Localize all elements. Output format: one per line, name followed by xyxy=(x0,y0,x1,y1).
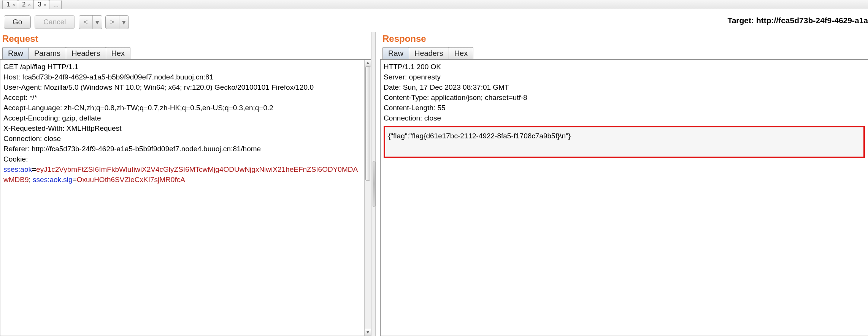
target-prefix: Target: xyxy=(727,16,756,25)
chevron-down-icon: ▾ xyxy=(95,18,99,27)
request-header: Accept: */* xyxy=(3,93,362,103)
chevron-right-icon: > xyxy=(110,18,114,26)
target-value: http://fca5d73b-24f9-4629-a1a xyxy=(756,16,868,25)
pane-divider[interactable] xyxy=(371,32,376,336)
top-tab-3[interactable]: 3 × xyxy=(33,0,49,9)
response-header: Connection: close xyxy=(384,113,865,124)
next-button[interactable]: > xyxy=(106,16,119,29)
chevron-left-icon: < xyxy=(84,18,88,26)
top-tab-2[interactable]: 2 × xyxy=(18,0,34,9)
request-header: Connection: close xyxy=(3,134,362,144)
tab-hex[interactable]: Hex xyxy=(106,47,131,59)
response-body: {"flag":"flag{d61e17bc-2112-4922-8fa5-f1… xyxy=(388,132,571,140)
request-header: Referer: http://fca5d73b-24f9-4629-a1a5-… xyxy=(3,144,362,154)
response-header: Server: openresty xyxy=(384,72,865,82)
request-tabs: Raw Params Headers Hex xyxy=(2,47,371,59)
response-body-highlight: {"flag":"flag{d61e17bc-2112-4922-8fa5-f1… xyxy=(384,126,865,158)
tab-raw[interactable]: Raw xyxy=(2,47,29,59)
cookie-key: sses:aok xyxy=(3,165,32,173)
close-icon[interactable]: × xyxy=(12,2,15,8)
scroll-down-icon[interactable]: ▼ xyxy=(365,329,371,336)
prev-nav-group: < ▾ xyxy=(79,15,102,29)
equals: = xyxy=(73,176,77,184)
next-nav-group: > ▾ xyxy=(105,15,129,29)
response-header: Content-Type: application/json; charset=… xyxy=(384,93,865,103)
response-pane: Response Raw Headers Hex HTTP/1.1 200 OK… xyxy=(376,32,868,336)
equals: = xyxy=(32,165,36,173)
response-header: Date: Sun, 17 Dec 2023 08:37:01 GMT xyxy=(384,82,865,93)
vertical-scrollbar[interactable]: ▲ ▼ xyxy=(364,60,371,336)
target-label: Target: http://fca5d73b-24f9-4629-a1a xyxy=(727,16,868,25)
tab-headers[interactable]: Headers xyxy=(409,47,449,59)
tab-hex[interactable]: Hex xyxy=(449,47,474,59)
request-header: Accept-Language: zh-CN,zh;q=0.8,zh-TW;q=… xyxy=(3,103,362,113)
response-status-line: HTTP/1.1 200 OK xyxy=(384,62,865,72)
toolbar: Go Cancel < ▾ > ▾ Target: http://fca5d73… xyxy=(0,9,868,32)
top-tab-label: ... xyxy=(53,1,59,8)
top-tab-more[interactable]: ... xyxy=(49,0,62,9)
request-header: Host: fca5d73b-24f9-4629-a1a5-b5b9f9d09e… xyxy=(3,72,362,82)
tab-headers[interactable]: Headers xyxy=(66,47,106,59)
request-content[interactable]: GET /api/flag HTTP/1.1 Host: fca5d73b-24… xyxy=(0,59,371,336)
prev-button[interactable]: < xyxy=(79,16,93,29)
top-tab-bar: 1 × 2 × 3 × ... xyxy=(0,0,868,9)
top-tab-label: 2 xyxy=(22,1,25,8)
request-title: Request xyxy=(0,32,371,47)
response-header: Content-Length: 55 xyxy=(384,103,865,113)
scroll-track[interactable] xyxy=(365,67,371,329)
next-dropdown[interactable]: ▾ xyxy=(119,16,129,29)
request-header: Accept-Encoding: gzip, deflate xyxy=(3,113,362,124)
response-tabs: Raw Headers Hex xyxy=(382,47,868,59)
close-icon[interactable]: × xyxy=(28,2,31,8)
cookie-header-label: Cookie: xyxy=(3,154,362,165)
top-tab-label: 1 xyxy=(6,1,10,8)
top-tab-1[interactable]: 1 × xyxy=(2,0,18,9)
request-pane: Request Raw Params Headers Hex GET /api/… xyxy=(0,32,371,336)
request-header: X-Requested-With: XMLHttpRequest xyxy=(3,124,362,134)
close-icon[interactable]: × xyxy=(44,2,47,8)
cookie-separator: ; xyxy=(29,176,33,184)
response-content[interactable]: HTTP/1.1 200 OK Server: openresty Date: … xyxy=(380,59,868,336)
top-tab-label: 3 xyxy=(38,1,41,8)
chevron-down-icon: ▾ xyxy=(122,18,126,27)
go-button[interactable]: Go xyxy=(4,15,31,29)
response-title: Response xyxy=(380,32,868,47)
tab-raw[interactable]: Raw xyxy=(382,47,409,59)
cookie-value: OxuuHOth6SVZieCxKI7sjMR0fcA xyxy=(77,176,185,184)
cookie-key: sses:aok.sig xyxy=(33,176,73,184)
tab-params[interactable]: Params xyxy=(29,47,66,59)
split-container: Request Raw Params Headers Hex GET /api/… xyxy=(0,32,868,336)
cookie-line: sses:aok=eyJ1c2VybmFtZSI6ImFkbWluIiwiX2V… xyxy=(3,165,362,185)
prev-dropdown[interactable]: ▾ xyxy=(93,16,102,29)
cancel-button: Cancel xyxy=(35,15,75,29)
request-header: User-Agent: Mozilla/5.0 (Windows NT 10.0… xyxy=(3,82,362,93)
request-line: GET /api/flag HTTP/1.1 xyxy=(3,62,362,72)
scroll-thumb[interactable] xyxy=(365,67,370,181)
scroll-up-icon[interactable]: ▲ xyxy=(365,60,371,67)
